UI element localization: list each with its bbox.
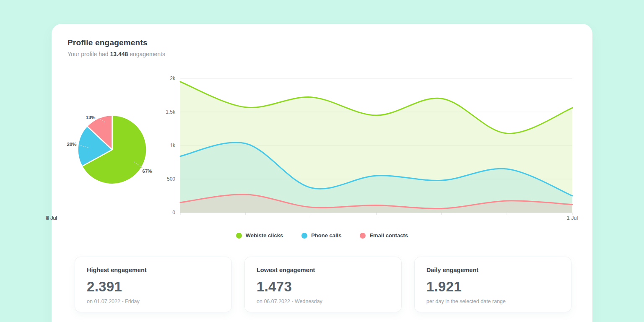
x-axis-tick: 7 Jul (37, 215, 66, 221)
y-axis-tick: 500 (150, 176, 175, 182)
stat-card-value: 1.921 (426, 279, 559, 295)
legend-label: Email contacts (369, 232, 408, 239)
stat-cards-row: Highest engagement 2.391 on 01.07.2022 -… (75, 257, 571, 312)
pie-percent-label: 13% (86, 115, 95, 120)
legend-item-phone-calls[interactable]: Phone calls (301, 232, 341, 239)
page-title: Profile engagements (68, 38, 148, 47)
y-axis-tick: 0 (150, 209, 175, 216)
subtitle: Your profile had 13.448 engagements (68, 51, 165, 57)
legend-item-website-clicks[interactable]: Webiste clicks (236, 232, 283, 239)
area-chart-plot (180, 75, 572, 216)
subtitle-suffix: engagements (128, 51, 165, 57)
stat-card-daily-engagement: Daily engagement 1.921 per day in the se… (414, 257, 571, 312)
stat-card-caption: per day in the selected date range (426, 299, 559, 304)
stat-card-caption: on 06.07.2022 - Wednesday (257, 299, 390, 304)
stat-card-lowest-engagement: Lowest engagement 1.473 on 06.07.2022 - … (244, 257, 402, 312)
legend-dot-pink (360, 233, 366, 239)
pie-chart: 67%20%13% (59, 109, 164, 193)
pie-chart-svg: 67%20%13% (59, 109, 164, 193)
legend-dot-blue (301, 233, 307, 239)
y-axis-tick: 1.5k (150, 109, 175, 115)
stat-card-title: Highest engagement (87, 267, 220, 273)
stat-card-title: Lowest engagement (257, 267, 390, 273)
stat-card-caption: on 01.07.2022 - Friday (87, 299, 220, 304)
stat-card-title: Daily engagement (426, 267, 559, 273)
subtitle-prefix: Your profile had (68, 51, 110, 57)
profile-engagements-panel: Profile engagements Your profile had 13.… (52, 24, 592, 322)
engagements-count: 13.448 (110, 51, 128, 57)
legend-label: Phone calls (311, 232, 341, 239)
stat-card-highest-engagement: Highest engagement 2.391 on 01.07.2022 -… (75, 257, 232, 312)
pie-percent-label: 20% (67, 142, 76, 147)
x-axis-tick: 1 Jul (558, 215, 587, 221)
y-axis-tick: 2k (150, 75, 175, 82)
chart-legend: Webiste clicks Phone calls Email contact… (52, 232, 592, 239)
stat-card-value: 1.473 (257, 279, 390, 295)
stat-card-value: 2.391 (87, 279, 220, 295)
legend-item-email-contacts[interactable]: Email contacts (360, 232, 408, 239)
y-axis-tick: 1k (150, 142, 175, 149)
legend-dot-green (236, 233, 242, 239)
pie-percent-label: 67% (142, 169, 152, 174)
legend-label: Webiste clicks (246, 232, 283, 239)
area-chart-svg (180, 75, 572, 216)
